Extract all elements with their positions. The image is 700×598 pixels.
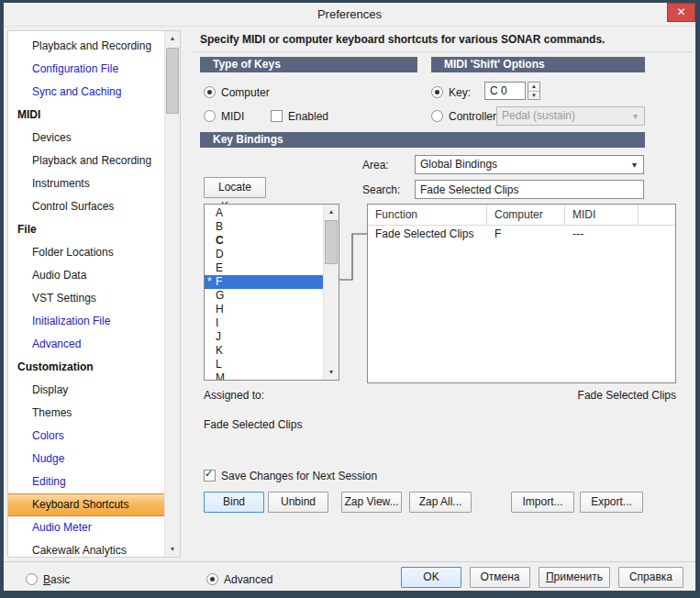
key-list-item[interactable]: B (205, 220, 323, 234)
controller-select-value: Pedal (sustain) (502, 109, 575, 122)
advanced-radio[interactable] (206, 573, 218, 585)
table-row[interactable]: Fade Selected Clips F --- (368, 225, 675, 243)
area-label: Area: (362, 159, 389, 172)
close-icon: ✕ (676, 6, 685, 18)
import-button[interactable]: Import... (511, 492, 574, 513)
chevron-down-icon: ▾ (628, 107, 642, 125)
sidebar-scrollbar[interactable]: ▲ ▼ (164, 31, 180, 557)
enabled-checkbox[interactable] (271, 110, 283, 122)
sidebar-item-audio-meter[interactable]: Audio Meter (8, 516, 164, 539)
key-list-item[interactable]: C (205, 234, 323, 248)
sidebar-item-playback-and-recording-midi[interactable]: Playback and Recording (8, 150, 164, 172)
sidebar-item-editing[interactable]: Editing (8, 471, 164, 493)
preferences-window: Preferences ✕ Playback and Recording Con… (0, 0, 700, 598)
spin-down-icon[interactable]: ▼ (528, 92, 539, 100)
locate-key-button[interactable]: Locate Key... (204, 177, 266, 198)
key-value-input[interactable] (484, 82, 526, 100)
sidebar-item-nudge[interactable]: Nudge (8, 448, 164, 471)
sidebar-item-colors[interactable]: Colors (8, 425, 164, 448)
cell-midi: --- (565, 225, 639, 243)
key-list-scrollbar-thumb[interactable] (325, 220, 338, 264)
title-bar[interactable]: Preferences (4, 3, 695, 27)
computer-radio-row: Computer (204, 85, 270, 99)
apply-button[interactable]: Применить (539, 567, 610, 588)
save-changes-checkbox[interactable]: ✓ (204, 470, 216, 482)
key-radio-label: Key: (449, 86, 471, 99)
enabled-checkbox-row: Enabled (271, 109, 328, 123)
sidebar-scrollbar-thumb[interactable] (166, 48, 179, 114)
controller-radio-row: Controller: (431, 109, 499, 123)
sidebar-item-vst-settings[interactable]: VST Settings (8, 287, 164, 310)
sidebar-item-keyboard-shortcuts[interactable]: Keyboard Shortcuts (8, 493, 164, 516)
spin-up-icon[interactable]: ▲ (528, 83, 539, 92)
sidebar: Playback and Recording Configuration Fil… (7, 30, 181, 558)
search-input[interactable] (415, 180, 644, 199)
sidebar-item-advanced[interactable]: Advanced (8, 333, 164, 356)
save-changes-label: Save Changes for Next Session (221, 470, 377, 482)
cancel-button[interactable]: Отмена (470, 567, 530, 588)
area-select[interactable]: Global Bindings ▾ (415, 155, 644, 174)
column-header-midi: MIDI (565, 205, 639, 225)
key-radio[interactable] (431, 86, 443, 98)
key-list-scrollbar[interactable]: ▲ ▼ (323, 205, 339, 380)
key-list-item[interactable]: G (205, 289, 323, 303)
basic-radio-row: Basic (26, 572, 70, 586)
export-button[interactable]: Export... (580, 492, 643, 513)
footer-divider (4, 561, 695, 562)
key-list-item[interactable]: E (205, 261, 323, 275)
sidebar-item-configuration-file[interactable]: Configuration File (8, 58, 164, 81)
advanced-radio-row: Advanced (206, 572, 272, 586)
close-button[interactable]: ✕ (667, 3, 695, 22)
key-list-item[interactable]: L (205, 358, 323, 371)
ok-button[interactable]: OK (401, 567, 461, 588)
sidebar-item-sync-and-caching[interactable]: Sync and Caching (8, 81, 164, 104)
sidebar-item-display[interactable]: Display (8, 379, 164, 402)
controller-select: Pedal (sustain) ▾ (496, 106, 645, 126)
key-list-item-selected[interactable]: * F (205, 275, 323, 289)
bindings-table: Function Computer MIDI Fade Selected Cli… (367, 204, 676, 383)
scroll-down-icon[interactable]: ▼ (324, 365, 339, 380)
key-list-item[interactable]: I (205, 316, 323, 330)
controller-radio[interactable] (431, 110, 443, 122)
zap-all-button[interactable]: Zap All... (409, 492, 472, 513)
sidebar-item-folder-locations[interactable]: Folder Locations (8, 241, 164, 264)
midi-radio[interactable] (204, 110, 216, 122)
unbind-button[interactable]: Unbind (268, 492, 328, 513)
key-list-item[interactable]: D (205, 248, 323, 261)
cell-computer: F (487, 225, 565, 243)
key-list-item[interactable]: K (205, 344, 323, 358)
assigned-to-label: Assigned to: (204, 389, 264, 402)
scroll-up-icon[interactable]: ▲ (165, 31, 180, 46)
bound-key-marker: * (207, 275, 212, 289)
key-list-item[interactable]: H (205, 303, 323, 316)
midi-radio-label: MIDI (221, 110, 244, 123)
area-select-value: Global Bindings (420, 158, 497, 171)
sidebar-item-cakewalk-analytics[interactable]: Cakewalk Analytics (8, 539, 164, 562)
key-list-item[interactable]: A (205, 206, 323, 220)
cell-function: Fade Selected Clips (368, 225, 487, 243)
basic-radio[interactable] (26, 573, 38, 585)
sidebar-item-themes[interactable]: Themes (8, 402, 164, 425)
sidebar-item-initialization-file[interactable]: Initialization File (8, 310, 164, 333)
save-changes-row: ✓ Save Changes for Next Session (204, 469, 377, 482)
advanced-radio-label: Advanced (224, 573, 272, 586)
key-list-items: A B C D E * F G H I J K L M (205, 206, 323, 381)
sidebar-item-devices[interactable]: Devices (8, 127, 164, 150)
basic-radio-label: Basic (43, 573, 70, 586)
help-button[interactable]: Справка (618, 567, 683, 588)
bind-button[interactable]: Bind (204, 492, 264, 513)
key-list-item[interactable]: M (205, 371, 323, 381)
sidebar-item-audio-data[interactable]: Audio Data (8, 264, 164, 287)
key-bindings-header: Key Bindings (200, 132, 645, 148)
sidebar-item-control-surfaces[interactable]: Control Surfaces (8, 195, 164, 218)
sidebar-item-instruments[interactable]: Instruments (8, 172, 164, 195)
computer-radio[interactable] (204, 86, 216, 98)
zap-view-button[interactable]: Zap View... (341, 492, 402, 513)
sidebar-item-playback-and-recording-audio[interactable]: Playback and Recording (8, 35, 164, 58)
scroll-down-icon[interactable]: ▼ (165, 542, 180, 557)
chevron-down-icon[interactable]: ▾ (628, 156, 641, 173)
check-icon: ✓ (205, 468, 213, 480)
assigned-to-value-right: Fade Selected Clips (367, 389, 676, 402)
key-list-item[interactable]: J (205, 330, 323, 344)
scroll-up-icon[interactable]: ▲ (324, 205, 339, 219)
